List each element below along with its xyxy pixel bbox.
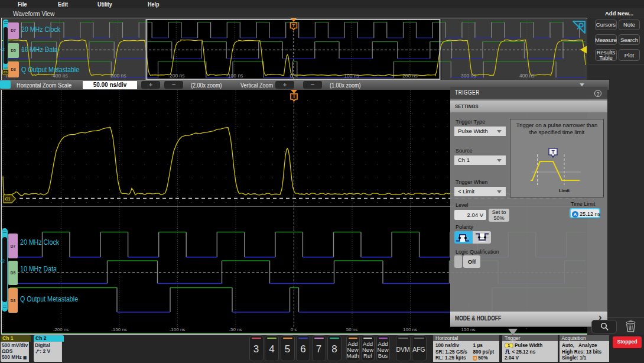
- svg-text:-100 ns: -100 ns: [226, 73, 243, 79]
- svg-text:-100 ns: -100 ns: [170, 327, 186, 332]
- svg-text:-300 ns: -300 ns: [109, 73, 126, 79]
- svg-text:100 ns: 100 ns: [344, 73, 359, 79]
- svg-text:-50 ns: -50 ns: [229, 327, 242, 332]
- svg-text:400 ns: 400 ns: [519, 73, 535, 79]
- svg-text:C1: C1: [5, 197, 11, 201]
- svg-text:T: T: [551, 149, 555, 155]
- svg-text:0 s: 0 s: [291, 327, 297, 332]
- svg-text:-400 ns: -400 ns: [51, 73, 67, 79]
- svg-text:100 ns: 100 ns: [403, 327, 417, 332]
- svg-text:T: T: [292, 23, 295, 28]
- svg-text:-200 ns: -200 ns: [53, 327, 69, 332]
- svg-text:150 ns: 150 ns: [461, 327, 475, 332]
- svg-text:Limit: Limit: [559, 188, 570, 193]
- svg-text:200 ns: 200 ns: [402, 73, 418, 79]
- svg-text:-150 ns: -150 ns: [111, 327, 127, 332]
- svg-text:300 ns: 300 ns: [461, 73, 476, 79]
- svg-text:0 s: 0 s: [290, 73, 296, 79]
- svg-text:-200 ns: -200 ns: [168, 73, 184, 79]
- svg-text:T: T: [292, 93, 296, 99]
- svg-text:50 ns: 50 ns: [346, 327, 358, 332]
